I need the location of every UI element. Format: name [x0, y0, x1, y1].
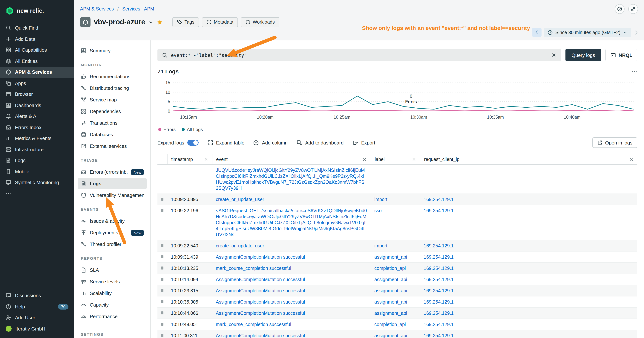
log-label-link[interactable]: assignment_api [374, 254, 407, 260]
log-event-link[interactable]: AssignmentCompletionMutation successful [216, 299, 305, 304]
log-event-link[interactable]: <ASGIRequest: GET '/sso/callback/?state=… [216, 208, 367, 237]
subnav-item-service-map[interactable]: Service map [78, 94, 146, 106]
time-range-button[interactable]: Since 30 minutes ago (GMT+2) [544, 28, 631, 37]
subnav-item-errors-errors-inb[interactable]: Errors (errors inb...New [78, 166, 146, 178]
sidebar-item-browser[interactable]: Browser [0, 89, 74, 100]
table-row[interactable]: 10:10:44.066AssignmentCompletionMutation… [158, 308, 637, 319]
subnav-item-distributed-tracing[interactable]: Distributed tracing [78, 82, 146, 94]
row-select-checkbox[interactable] [161, 289, 164, 292]
expand-table-button[interactable]: Expand table [207, 140, 244, 145]
log-label-link[interactable]: assignment_api [374, 310, 407, 316]
log-event-link[interactable]: mark_course_completion successful [216, 322, 291, 327]
log-event-link[interactable]: AssignmentCompletionMutation successful [216, 310, 305, 316]
export-button[interactable]: Export [353, 140, 375, 145]
nrql-button[interactable]: NRQL [606, 49, 637, 61]
row-select-checkbox[interactable] [161, 244, 164, 247]
sidebar-item-quick-find[interactable]: Quick Find [0, 23, 74, 34]
log-label-link[interactable]: assignment_api [374, 277, 407, 282]
row-select-checkbox[interactable] [161, 278, 164, 281]
table-row[interactable]: JUQVU&code=eyJraWQiOiJjcGltY29yZV8wOTl1M… [158, 165, 637, 194]
log-search-input[interactable]: event:* -"label":"security" [158, 49, 561, 61]
table-row[interactable]: 10:10:14.094AssignmentCompletionMutation… [158, 274, 637, 285]
row-select-checkbox[interactable] [161, 311, 164, 314]
log-ip-link[interactable]: 169.254.129.1 [424, 310, 454, 316]
expand-logs-toggle[interactable] [187, 140, 198, 146]
remove-column-icon[interactable] [629, 157, 634, 162]
time-back-button[interactable] [532, 28, 542, 37]
log-label-link[interactable]: completion_api [374, 322, 406, 327]
log-event-link[interactable]: mark_course_completion successful [216, 266, 291, 271]
subnav-item-dependencies[interactable]: Dependencies [78, 106, 146, 117]
row-select-checkbox[interactable] [161, 300, 164, 303]
add-column-button[interactable]: Add column [253, 140, 288, 145]
sidebar-item-apm-services[interactable]: APM & Services [0, 67, 74, 78]
log-event-link[interactable]: create_or_update_user [216, 243, 264, 248]
sidebar-item-add-data[interactable]: Add Data [0, 34, 74, 45]
column-header-timestamp[interactable]: timestamp [167, 154, 212, 164]
subnav-item-scalability[interactable]: Scalability [78, 287, 146, 299]
table-row[interactable]: 10:11:00.311AssignmentCompletionMutation… [158, 330, 637, 338]
table-row[interactable]: 10:10:13.235mark_course_completion succe… [158, 263, 637, 274]
log-event-link[interactable]: AssignmentCompletionMutation successful [216, 333, 305, 338]
log-ip-link[interactable]: 169.254.129.1 [424, 254, 454, 260]
entity-switcher-chevron-icon[interactable] [149, 20, 154, 25]
sidebar-item-errors-inbox[interactable]: Errors Inbox [0, 122, 74, 133]
row-select-checkbox[interactable] [161, 323, 164, 326]
log-label-link[interactable]: assignment_api [374, 288, 407, 293]
help-icon[interactable] [615, 4, 624, 14]
subnav-item-thread-profiler[interactable]: Thread profiler [78, 238, 146, 250]
row-select-checkbox[interactable] [161, 198, 164, 201]
log-ip-link[interactable]: 169.254.129.1 [424, 322, 454, 327]
log-event-link[interactable]: AssignmentCompletionMutation successful [216, 277, 305, 282]
add-to-dashboard-button[interactable]: Add to dashboard [296, 140, 344, 145]
legend-item-all-logs[interactable]: All Logs [182, 127, 203, 132]
table-row[interactable]: 10:09:22.540create_or_update_userimport1… [158, 240, 637, 251]
sidebar-item-apps[interactable]: Apps [0, 78, 74, 89]
log-ip-link[interactable]: 169.254.129.1 [424, 299, 454, 304]
new-relic-logo[interactable]: new relic. [0, 3, 74, 19]
log-ip-link[interactable]: 169.254.129.1 [424, 243, 454, 248]
sidebar-item-iterativ-gmbh[interactable]: Iterativ GmbH [0, 323, 74, 334]
sidebar-item-more-capabilities[interactable] [0, 188, 74, 199]
column-header-event[interactable]: event [212, 154, 370, 164]
table-row[interactable]: 10:10:35.305AssignmentCompletionMutation… [158, 296, 637, 308]
sidebar-item-mobile[interactable]: Mobile [0, 166, 74, 177]
breadcrumb-link-services-apm[interactable]: Services - APM [122, 6, 154, 12]
favorite-star-icon[interactable] [157, 19, 163, 25]
sidebar-item-synthetic-monitoring[interactable]: Synthetic Monitoring [0, 177, 74, 188]
clear-search-icon[interactable] [552, 52, 557, 58]
log-label-link[interactable]: sso [374, 208, 382, 213]
row-select-checkbox[interactable] [161, 209, 164, 212]
log-label-link[interactable]: import [374, 243, 387, 248]
tags-button[interactable]: Tags [172, 17, 199, 27]
column-header-label[interactable]: label [370, 154, 420, 164]
sidebar-item-metrics-events[interactable]: Metrics & Events [0, 133, 74, 144]
log-ip-link[interactable]: 169.254.129.1 [424, 208, 454, 213]
subnav-item-issues-activity[interactable]: Issues & activity [78, 215, 146, 227]
log-event-link[interactable]: AssignmentCompletionMutation successful [216, 254, 305, 260]
subnav-item-capacity[interactable]: Capacity [78, 299, 146, 311]
log-ip-link[interactable]: 169.254.129.1 [424, 197, 454, 202]
log-label-link[interactable]: assignment_api [374, 333, 407, 338]
log-ip-link[interactable]: 169.254.129.1 [424, 333, 454, 338]
sidebar-item-help[interactable]: Help70 [0, 301, 74, 312]
subnav-item-vulnerability-management[interactable]: Vulnerability Management [78, 189, 146, 201]
log-ip-link[interactable]: 169.254.129.1 [424, 277, 454, 282]
remove-column-icon[interactable] [204, 157, 208, 162]
query-logs-button[interactable]: Query logs [566, 49, 601, 61]
log-label-link[interactable]: completion_api [374, 266, 406, 271]
legend-item-errors[interactable]: Errors [158, 127, 176, 132]
sidebar-item-logs[interactable]: Logs [0, 155, 74, 166]
subnav-item-recommendations[interactable]: Recommendations [78, 71, 146, 82]
remove-column-icon[interactable] [412, 157, 416, 162]
table-row[interactable]: 10:09:31.439AssignmentCompletionMutation… [158, 251, 637, 263]
row-select-checkbox[interactable] [161, 266, 164, 269]
more-options-icon[interactable] [632, 69, 637, 74]
workloads-button[interactable]: Workloads [241, 17, 279, 27]
subnav-item-service-levels[interactable]: Service levels [78, 276, 146, 287]
subnav-item-sla[interactable]: SLA [78, 264, 146, 276]
subnav-item-transactions[interactable]: Transactions [78, 117, 146, 129]
log-event-link[interactable]: JUQVU&code=eyJraWQiOiJjcGltY29yZV8wOTl1M… [216, 168, 365, 191]
subnav-item-logs[interactable]: Logs [78, 178, 146, 189]
log-label-link[interactable]: assignment_api [374, 299, 407, 304]
